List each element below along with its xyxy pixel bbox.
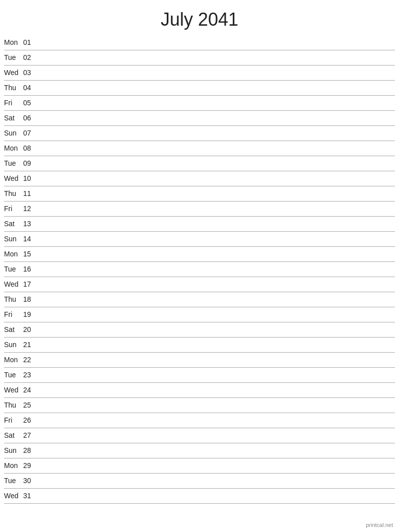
calendar-row: Mon01 <box>4 35 395 50</box>
calendar-row: Fri19 <box>4 307 395 322</box>
day-name: Tue <box>4 158 23 167</box>
calendar-row: Wed31 <box>4 489 395 504</box>
day-number: 07 <box>23 128 37 137</box>
day-name: Thu <box>4 188 23 197</box>
day-name: Tue <box>4 52 23 61</box>
day-number: 05 <box>23 98 37 107</box>
calendar-row: Mon15 <box>4 247 395 262</box>
day-number: 18 <box>23 294 37 303</box>
calendar-row: Thu11 <box>4 186 395 202</box>
day-number: 27 <box>23 430 37 439</box>
calendar-row: Wed10 <box>4 171 395 186</box>
day-number: 16 <box>23 264 37 273</box>
day-number: 06 <box>23 113 37 122</box>
day-name: Wed <box>4 385 23 394</box>
day-number: 14 <box>23 234 37 243</box>
day-number: 12 <box>23 204 37 213</box>
day-name: Wed <box>4 173 23 182</box>
calendar-list: Mon01Tue02Wed03Thu04Fri05Sat06Sun07Mon08… <box>0 35 399 504</box>
calendar-row: Mon22 <box>4 353 395 368</box>
day-name: Mon <box>4 355 23 364</box>
calendar-row: Sat20 <box>4 322 395 338</box>
calendar-row: Wed17 <box>4 277 395 292</box>
day-name: Wed <box>4 279 23 288</box>
day-number: 30 <box>23 476 37 485</box>
day-number: 03 <box>23 68 37 77</box>
day-number: 09 <box>23 158 37 167</box>
calendar-row: Sun21 <box>4 338 395 353</box>
day-name: Fri <box>4 98 23 107</box>
day-name: Mon <box>4 460 23 470</box>
day-name: Sun <box>4 445 23 454</box>
calendar-row: Thu18 <box>4 292 395 307</box>
day-name: Wed <box>4 491 23 500</box>
day-number: 17 <box>23 279 37 288</box>
day-number: 28 <box>23 445 37 454</box>
day-name: Sat <box>4 113 23 122</box>
day-name: Sun <box>4 234 23 243</box>
footer-text: printcal.net <box>366 522 393 528</box>
calendar-row: Fri05 <box>4 96 395 111</box>
day-number: 22 <box>23 355 37 364</box>
day-name: Tue <box>4 264 23 273</box>
calendar-row: Thu25 <box>4 398 395 413</box>
day-name: Mon <box>4 143 23 152</box>
day-number: 26 <box>23 415 37 424</box>
calendar-row: Tue30 <box>4 474 395 489</box>
day-name: Thu <box>4 400 23 409</box>
day-name: Sat <box>4 324 23 334</box>
calendar-row: Sun14 <box>4 232 395 247</box>
day-number: 23 <box>23 370 37 379</box>
day-number: 20 <box>23 324 37 334</box>
calendar-row: Sun28 <box>4 443 395 458</box>
day-number: 10 <box>23 173 37 182</box>
calendar-row: Fri12 <box>4 202 395 217</box>
day-name: Wed <box>4 68 23 77</box>
day-name: Mon <box>4 249 23 258</box>
calendar-row: Sat13 <box>4 217 395 232</box>
page-title: July 2041 <box>0 0 399 35</box>
day-number: 19 <box>23 309 37 318</box>
calendar-row: Sun07 <box>4 126 395 141</box>
day-number: 04 <box>23 83 37 92</box>
calendar-row: Wed24 <box>4 383 395 398</box>
day-number: 08 <box>23 143 37 152</box>
day-name: Thu <box>4 83 23 92</box>
calendar-row: Thu04 <box>4 81 395 96</box>
calendar-row: Fri26 <box>4 413 395 428</box>
calendar-row: Sat06 <box>4 111 395 126</box>
day-number: 29 <box>23 460 37 470</box>
day-name: Tue <box>4 476 23 485</box>
calendar-row: Mon29 <box>4 458 395 474</box>
day-number: 01 <box>23 37 37 46</box>
day-number: 31 <box>23 491 37 500</box>
day-name: Fri <box>4 309 23 318</box>
day-name: Fri <box>4 415 23 424</box>
day-name: Sat <box>4 430 23 439</box>
day-name: Fri <box>4 204 23 213</box>
calendar-row: Tue16 <box>4 262 395 277</box>
day-number: 15 <box>23 249 37 258</box>
calendar-row: Mon08 <box>4 141 395 156</box>
calendar-row: Tue02 <box>4 50 395 65</box>
calendar-row: Tue09 <box>4 156 395 171</box>
day-name: Thu <box>4 294 23 303</box>
day-name: Sun <box>4 128 23 137</box>
day-number: 24 <box>23 385 37 394</box>
day-name: Tue <box>4 370 23 379</box>
day-number: 11 <box>23 188 37 197</box>
day-name: Sat <box>4 219 23 228</box>
day-number: 02 <box>23 52 37 61</box>
calendar-row: Tue23 <box>4 368 395 383</box>
day-name: Mon <box>4 37 23 46</box>
calendar-row: Sat27 <box>4 428 395 443</box>
day-number: 21 <box>23 340 37 349</box>
day-number: 13 <box>23 219 37 228</box>
day-name: Sun <box>4 340 23 349</box>
day-number: 25 <box>23 400 37 409</box>
calendar-row: Wed03 <box>4 65 395 81</box>
